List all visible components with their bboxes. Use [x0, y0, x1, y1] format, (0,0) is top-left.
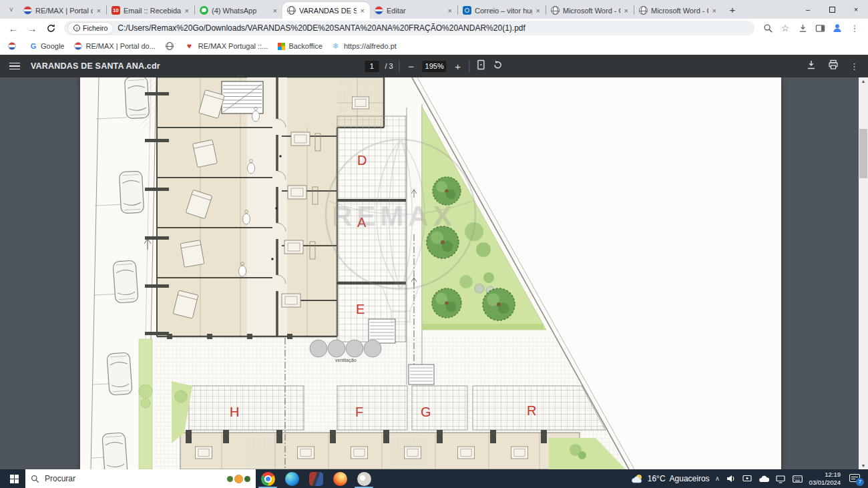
forward-button[interactable]: → — [24, 20, 40, 36]
start-button[interactable] — [3, 469, 25, 488]
car — [107, 352, 132, 395]
address-bar[interactable]: i Ficheiro C:/Users/Remax%20Go/Downloads… — [64, 21, 754, 35]
window-maximize-button[interactable] — [820, 0, 844, 19]
rotate-button[interactable] — [493, 59, 503, 73]
unit-letter-r: R — [527, 403, 536, 418]
back-button[interactable]: ← — [5, 20, 21, 36]
close-icon[interactable]: × — [184, 7, 190, 15]
taskbar-app-paint[interactable] — [352, 469, 376, 488]
bookmark-alfredo[interactable]: ❄ https://alfredo.pt — [333, 42, 397, 50]
remax-balloon-icon — [74, 42, 82, 50]
url-text: C:/Users/Remax%20Go/Downloads/VARANDAS%2… — [118, 23, 752, 33]
zoom-in-button[interactable]: + — [453, 61, 463, 72]
zoom-level-input[interactable]: 195% — [423, 61, 447, 72]
taskbar-app-media[interactable] — [304, 469, 328, 488]
pdf-more-button[interactable]: ⋮ — [850, 61, 859, 71]
windows-taskbar: Procurar 16°C Aguaceiros ˄ — [0, 469, 868, 488]
scroll-up-icon[interactable]: ▲ — [859, 79, 868, 83]
bookmark-remax[interactable] — [8, 42, 19, 50]
search-placeholder: Procurar — [45, 474, 222, 483]
bookmark-google[interactable]: G Google — [29, 42, 64, 50]
profile-avatar[interactable] — [829, 20, 845, 36]
windows-logo-icon — [10, 475, 19, 483]
close-icon[interactable]: × — [360, 7, 365, 15]
page-total-label: / 3 — [385, 62, 393, 70]
bookmark-backoffice[interactable]: Backoffice — [278, 42, 322, 50]
tab-title: Microsoft Word - Cadern — [651, 7, 708, 15]
window-close-button[interactable]: × — [844, 0, 868, 19]
tab-correio[interactable]: Correio – vitor hugo fran × — [458, 2, 546, 19]
pdf-menu-button[interactable] — [9, 63, 20, 70]
window-controls: – × — [796, 0, 868, 19]
search-highlight-doodle-icon[interactable] — [227, 475, 250, 483]
print-icon — [828, 59, 839, 70]
bookmark-remax-portugal[interactable]: ♥ RE/MAX Portugal ::... — [187, 42, 268, 50]
close-icon[interactable]: × — [712, 7, 717, 15]
pdf-toolbar-right: ⋮ — [806, 59, 859, 73]
pdf-download-button[interactable] — [806, 59, 817, 73]
speaker-icon[interactable] — [725, 474, 736, 483]
tab-word-caderno[interactable]: Microsoft Word - Cadern × — [634, 2, 722, 19]
vertical-scrollbar[interactable]: ▲ ▼ — [859, 77, 868, 469]
bush — [475, 284, 484, 293]
tab-strip: ˅ RE/MAX | Portal do Agen × 10 Email :: … — [0, 0, 868, 19]
bush — [483, 272, 494, 283]
file-chip-label: Ficheiro — [83, 24, 107, 32]
clock-date: 03/01/2024 — [809, 479, 841, 487]
page-number-input[interactable]: 1 — [365, 61, 379, 72]
fit-page-button[interactable] — [476, 59, 487, 73]
bookmark-star-button[interactable]: ☆ — [777, 20, 793, 36]
side-panel-button[interactable] — [812, 20, 828, 36]
tab-remax-portal[interactable]: RE/MAX | Portal do Agen × — [19, 2, 106, 19]
bookmark-globe[interactable] — [166, 42, 177, 50]
tab-varandas-active[interactable]: VARANDAS DE SANTA AN × — [282, 2, 370, 19]
taskbar-app-edge[interactable] — [280, 469, 304, 488]
downloads-button[interactable] — [795, 20, 811, 36]
close-icon[interactable]: × — [447, 7, 453, 15]
bookmark-label: https://alfredo.pt — [344, 42, 397, 50]
side-panel-icon — [815, 23, 825, 33]
reload-button[interactable] — [43, 20, 59, 36]
zoom-page-button[interactable] — [760, 20, 776, 36]
ms-grid-icon — [278, 43, 285, 50]
email-badge-icon: 10 — [112, 6, 120, 15]
bookmark-remax-portal[interactable]: RE/MAX | Portal do... — [74, 42, 155, 50]
tab-title: Editar — [387, 7, 444, 15]
tab-whatsapp[interactable]: (4) WhatsApp × — [195, 2, 282, 19]
tab-title: RE/MAX | Portal do Agen — [35, 7, 93, 15]
zoom-out-button[interactable]: − — [406, 61, 417, 72]
window-minimize-button[interactable]: – — [796, 0, 820, 19]
close-icon[interactable]: × — [272, 7, 278, 15]
watermark-text: REMAX — [332, 200, 457, 232]
tray-chevron-icon[interactable]: ˄ — [716, 475, 720, 483]
browser-menu-button[interactable]: ⋮ — [847, 20, 863, 36]
unit-letter-e: E — [356, 302, 365, 316]
snowflake-icon: ❄ — [333, 42, 341, 50]
close-icon[interactable]: × — [96, 7, 101, 15]
tab-search-chevron-icon[interactable]: ˅ — [4, 2, 19, 17]
weather-widget[interactable]: 16°C Aguaceiros — [632, 473, 710, 484]
divider — [399, 60, 400, 72]
cast-icon[interactable] — [742, 474, 752, 483]
network-icon[interactable] — [775, 474, 786, 483]
action-center-button[interactable]: 7 — [849, 473, 861, 484]
pdf-print-button[interactable] — [828, 59, 839, 73]
scroll-down-icon[interactable]: ▼ — [859, 463, 868, 468]
taskbar-clock[interactable]: 12:19 03/01/2024 — [809, 471, 841, 487]
taskbar-app-chrome[interactable] — [256, 469, 280, 488]
pdf-page-controls: 1 / 3 − 195% + — [365, 59, 503, 73]
system-tray: 16°C Aguaceiros ˄ 12:19 03/01/2024 7 — [632, 471, 865, 487]
tab-email[interactable]: 10 Email :: Recebidas × — [107, 2, 194, 19]
scrollbar-thumb[interactable] — [859, 129, 867, 178]
tab-editar[interactable]: Editar × — [370, 2, 457, 19]
onedrive-icon[interactable] — [758, 475, 769, 483]
tab-word-cpcv[interactable]: Microsoft Word - CPCV - × — [546, 2, 634, 19]
new-tab-button[interactable]: + — [724, 1, 740, 17]
taskbar-search-input[interactable]: Procurar — [25, 469, 256, 488]
touch-keyboard-icon[interactable] — [792, 475, 803, 483]
taskbar-app-firefox[interactable] — [328, 469, 352, 488]
globe-icon — [166, 42, 174, 50]
file-chip[interactable]: i Ficheiro — [68, 23, 113, 34]
close-icon[interactable]: × — [624, 7, 629, 15]
close-icon[interactable]: × — [535, 7, 541, 15]
